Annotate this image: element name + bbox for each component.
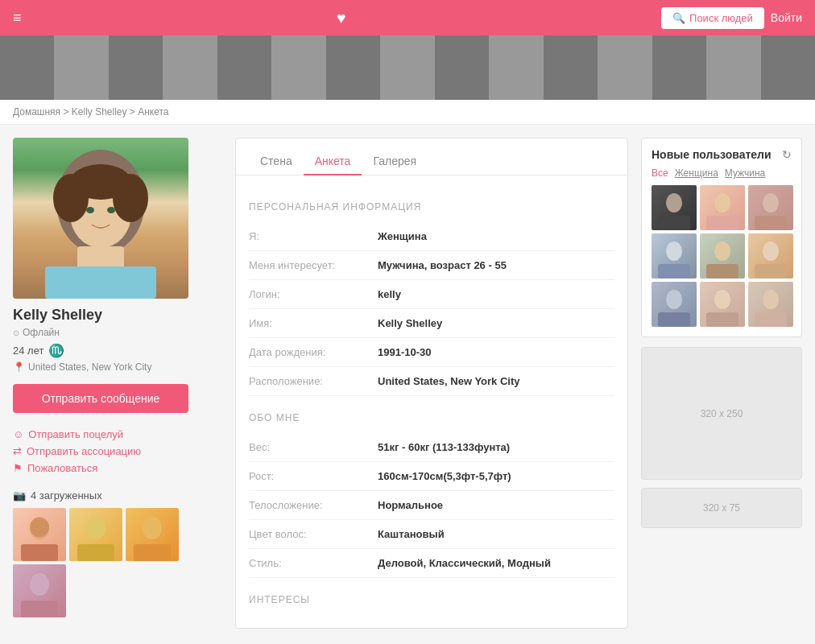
- svg-point-22: [763, 193, 779, 213]
- breadcrumb-home[interactable]: Домашняя: [13, 106, 60, 118]
- info-row-height: Рост: 160см-170см(5,3фт-5,7фт): [249, 462, 614, 491]
- tab-profile[interactable]: Анкета: [304, 148, 362, 175]
- new-user-4[interactable]: [652, 233, 697, 279]
- strip-photo-12[interactable]: [598, 35, 652, 100]
- svg-point-26: [714, 242, 730, 261]
- send-message-button[interactable]: Отправить сообщение: [13, 384, 188, 413]
- value-hair: Каштановый: [378, 528, 445, 540]
- strip-photo-3[interactable]: [109, 35, 163, 100]
- strip-photo-8[interactable]: [380, 35, 434, 100]
- svg-point-20: [714, 193, 730, 213]
- strip-photo-9[interactable]: [435, 35, 489, 100]
- age-row: 24 лет ♏: [13, 343, 222, 358]
- strip-photo-2[interactable]: [54, 35, 108, 100]
- personal-info-section-title: ПЕРСОНАЛЬНАЯ ИНФОРМАЦИЯ: [249, 201, 614, 216]
- about-me-section-title: ОБО МНЕ: [249, 412, 614, 427]
- filter-female[interactable]: Женщина: [675, 167, 718, 179]
- svg-rect-15: [134, 544, 171, 561]
- label-login: Логин:: [249, 288, 378, 300]
- svg-point-6: [107, 207, 115, 213]
- strip-photo-6[interactable]: [271, 35, 325, 100]
- value-height: 160см-170см(5,3фт-5,7фт): [378, 470, 511, 482]
- strip-photo-15[interactable]: [761, 35, 815, 100]
- value-interest: Мужчина, возраст 26 - 55: [378, 259, 507, 271]
- svg-rect-35: [755, 312, 787, 327]
- strip-photo-5[interactable]: [217, 35, 271, 100]
- filter-male[interactable]: Мужчина: [725, 167, 765, 179]
- camera-icon: 📷: [13, 489, 26, 502]
- tab-wall[interactable]: Стена: [249, 148, 304, 175]
- label-height: Рост:: [249, 470, 378, 482]
- login-button[interactable]: Войти: [771, 11, 802, 24]
- label-name: Имя:: [249, 317, 378, 329]
- filter-all[interactable]: Все: [652, 167, 668, 179]
- report-link[interactable]: ⚑ Пожаловаться: [13, 460, 222, 477]
- new-user-6[interactable]: [748, 233, 793, 279]
- new-user-7[interactable]: [652, 282, 697, 327]
- value-login: kelly: [378, 288, 401, 300]
- svg-rect-29: [755, 264, 787, 279]
- svg-rect-11: [21, 544, 58, 561]
- svg-point-34: [763, 290, 779, 309]
- strip-photo-10[interactable]: [489, 35, 543, 100]
- info-row-name: Имя: Kelly Shelley: [249, 309, 614, 338]
- header-actions: 🔍 Поиск людей Войти: [661, 7, 802, 29]
- svg-point-10: [30, 518, 49, 537]
- svg-rect-13: [77, 544, 114, 561]
- photos-header: 📷 4 загруженных: [13, 489, 222, 502]
- info-row-location: Расположение: United States, New York Ci…: [249, 367, 614, 396]
- photo-thumb-4[interactable]: [13, 564, 66, 617]
- strip-photo-7[interactable]: [326, 35, 380, 100]
- info-row-weight: Вес: 51кг - 60кг (113-133фунта): [249, 433, 614, 462]
- svg-point-5: [86, 207, 94, 213]
- photo-strip: [0, 35, 815, 100]
- send-kiss-link[interactable]: ☺ Отправить поцелуй: [13, 426, 222, 443]
- location-pin-icon: 📍: [13, 361, 25, 373]
- new-user-3[interactable]: [748, 185, 793, 230]
- label-interest: Меня интересует:: [249, 259, 378, 271]
- new-users-header: Новые пользователи ↻: [652, 148, 792, 161]
- interests-section-title: ИНТЕРЕСЫ: [249, 594, 614, 609]
- ad-banner-2: 320 x 75: [641, 488, 802, 528]
- photo-thumb-2[interactable]: [69, 508, 122, 561]
- strip-photo-4[interactable]: [163, 35, 217, 100]
- search-people-button[interactable]: 🔍 Поиск людей: [661, 7, 764, 29]
- strip-photo-14[interactable]: [706, 35, 760, 100]
- new-user-2[interactable]: [700, 185, 745, 230]
- profile-tabs: Стена Анкета Галерея: [236, 138, 627, 175]
- strip-photo-13[interactable]: [652, 35, 706, 100]
- new-user-5[interactable]: [700, 233, 745, 279]
- value-birthday: 1991-10-30: [378, 346, 432, 358]
- age-label: 24 лет: [13, 345, 43, 357]
- new-user-1[interactable]: [652, 185, 697, 230]
- svg-point-14: [143, 517, 162, 539]
- tab-gallery[interactable]: Галерея: [362, 148, 428, 175]
- right-column: Новые пользователи ↻ Все Женщина Мужчина: [641, 138, 802, 536]
- breadcrumb: Домашняя > Kelly Shelley > Анкета: [0, 100, 815, 125]
- svg-rect-33: [706, 312, 738, 327]
- photo-thumb-3[interactable]: [126, 508, 179, 561]
- strip-photo-11[interactable]: [544, 35, 598, 100]
- new-user-9[interactable]: [748, 282, 793, 327]
- breadcrumb-sep1: >: [63, 106, 71, 118]
- photo-thumb-1[interactable]: [13, 508, 66, 561]
- value-gender: Женщина: [378, 230, 427, 242]
- info-row-hair: Цвет волос: Каштановый: [249, 520, 614, 549]
- strip-photo-1[interactable]: [0, 35, 54, 100]
- info-row-body: Телосложение: Нормальное: [249, 491, 614, 520]
- menu-icon[interactable]: ≡: [13, 10, 22, 27]
- label-gender: Я:: [249, 230, 378, 242]
- refresh-icon[interactable]: ↻: [782, 148, 792, 161]
- send-association-link[interactable]: ⇄ Отправить ассоциацию: [13, 443, 222, 460]
- label-birthday: Дата рождения:: [249, 346, 378, 358]
- svg-point-18: [666, 193, 682, 213]
- svg-rect-31: [658, 312, 690, 327]
- site-header: ≡ ♥ 🔍 Поиск людей Войти: [0, 0, 815, 35]
- kiss-icon: ☺: [13, 428, 23, 440]
- new-user-8[interactable]: [700, 282, 745, 327]
- svg-point-30: [666, 290, 682, 309]
- breadcrumb-user[interactable]: Kelly Shelley: [72, 106, 127, 118]
- left-column: Kelly Shelley ⊙ Офлайн 24 лет ♏ 📍 United…: [13, 138, 222, 617]
- profile-photo[interactable]: [13, 138, 188, 299]
- user-grid: [652, 185, 792, 327]
